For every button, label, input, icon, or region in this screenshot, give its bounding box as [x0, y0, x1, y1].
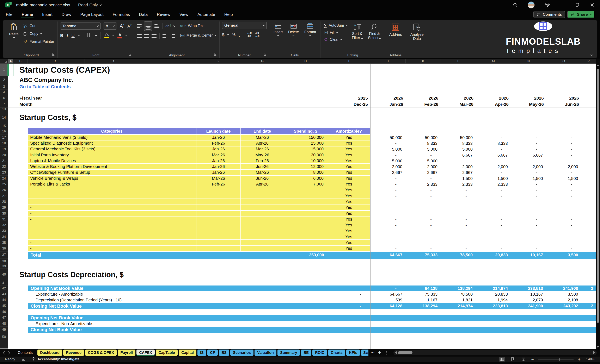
format-painter-button[interactable]: Format Painter [22, 38, 55, 46]
row-header-25[interactable]: 25 [0, 181, 8, 187]
cell[interactable]: Jan-26 [197, 164, 241, 170]
cell[interactable]: - [511, 211, 546, 217]
cell[interactable]: 6,000 [284, 176, 327, 181]
cell[interactable]: - [476, 234, 511, 240]
row-header-36[interactable]: 36 [0, 246, 8, 252]
cell[interactable]: Feb-26 [241, 158, 284, 164]
cell[interactable]: - [546, 222, 581, 228]
cell[interactable]: Vehicle Branding & Wraps [28, 176, 197, 181]
menu-tab-data[interactable]: Data [139, 11, 148, 18]
clipboard-dialog-launcher-icon[interactable] [52, 53, 55, 57]
align-right-icon[interactable] [151, 34, 157, 38]
cell[interactable]: - [370, 152, 406, 158]
cell[interactable]: ABC Company Inc. [13, 76, 284, 84]
cell[interactable]: - [406, 228, 441, 234]
row-header-40[interactable]: 40 [0, 269, 8, 281]
cell[interactable]: 64,128 [370, 303, 406, 309]
cell[interactable]: - [511, 181, 546, 187]
menu-tab-view[interactable]: View [179, 11, 189, 18]
page-layout-view-button[interactable] [510, 357, 516, 362]
cell[interactable] [197, 205, 241, 211]
cell[interactable]: - [370, 234, 406, 240]
close-icon[interactable] [590, 2, 595, 8]
cell[interactable]: - [406, 187, 441, 193]
cell[interactable]: - [370, 217, 406, 222]
cell[interactable]: - [546, 146, 581, 152]
increase-decimal-icon[interactable]: ←.0.00 [247, 32, 252, 38]
cell[interactable]: - [546, 315, 581, 321]
currency-dropdown-icon[interactable] [227, 34, 229, 36]
minimize-icon[interactable] [560, 2, 565, 8]
cell[interactable]: 25,000 [284, 140, 327, 146]
cell[interactable]: Yes [327, 211, 370, 217]
cell[interactable] [197, 187, 241, 193]
sheet-tab-cf[interactable]: CF [207, 350, 218, 356]
cell[interactable]: - [511, 228, 546, 234]
cell[interactable]: 2,333 [406, 181, 441, 187]
sheet-tab-be[interactable]: BE [301, 350, 311, 356]
cell[interactable]: Feb-26 [406, 101, 441, 107]
cell[interactable]: 78,500 [441, 252, 476, 259]
cell[interactable]: - [476, 228, 511, 234]
menu-tab-home[interactable]: Home [21, 11, 34, 18]
borders-icon[interactable] [87, 33, 92, 39]
cell[interactable]: - [406, 240, 441, 246]
cell[interactable]: - [370, 199, 406, 205]
cell[interactable]: 5,000 [441, 146, 476, 152]
cell[interactable]: - [476, 158, 511, 164]
cell[interactable]: 50,000 [406, 135, 441, 140]
cell[interactable]: 5,000 [370, 146, 406, 152]
cell[interactable]: Mar-26 [241, 170, 284, 176]
cell[interactable]: - [406, 217, 441, 222]
cell[interactable]: Jan-26 [197, 170, 241, 176]
cell[interactable]: - [370, 187, 406, 193]
autosum-button[interactable]: ∑ AutoSum [323, 22, 348, 29]
font-size-select[interactable]: 8 [103, 23, 117, 29]
column-header-J[interactable]: J [370, 59, 406, 64]
align-left-icon[interactable] [137, 34, 142, 38]
cell[interactable]: - [511, 234, 546, 240]
cell[interactable]: Mar-26 [241, 135, 284, 140]
cell[interactable]: Startup Costs (CAPEX) [13, 64, 284, 76]
macro-record-icon[interactable] [21, 357, 25, 362]
cell[interactable]: - [511, 315, 546, 321]
cell[interactable]: Specialized Diagnostic Equipment [28, 140, 197, 146]
decrease-decimal-icon[interactable]: .00→.0 [254, 32, 260, 38]
font-dialog-launcher-icon[interactable] [128, 53, 131, 57]
font-color-dropdown-icon[interactable] [125, 34, 127, 36]
row-header-4[interactable]: 4 [0, 90, 8, 95]
cell[interactable]: - [511, 187, 546, 193]
row-header-32[interactable]: 32 [0, 222, 8, 228]
cell[interactable]: May-26 [241, 152, 284, 158]
cell[interactable] [241, 240, 284, 246]
cell[interactable]: Spending, $ [284, 128, 327, 135]
cell[interactable] [241, 228, 284, 234]
row-header-37[interactable]: 37 [0, 252, 8, 259]
cell[interactable]: - [511, 246, 546, 252]
cell[interactable]: 50,000 [441, 135, 476, 140]
cell[interactable]: - [546, 199, 581, 205]
cell[interactable]: 6,667 [476, 152, 511, 158]
share-button[interactable]: Share [567, 11, 595, 18]
cell[interactable]: 138,294 [441, 285, 476, 291]
cell[interactable]: 2026 [476, 95, 511, 101]
column-header-E[interactable]: E [141, 59, 197, 64]
increase-font-icon[interactable]: A˄ [120, 23, 124, 29]
cell[interactable]: - [406, 205, 441, 211]
sheet-tab-bs[interactable]: BS [219, 350, 229, 356]
cell[interactable]: - [441, 246, 476, 252]
cell[interactable]: 241,900 [511, 303, 546, 309]
row-header-43[interactable]: 43 [0, 291, 8, 297]
cell[interactable]: Go to Table of Contents [13, 84, 284, 90]
menu-tab-automate[interactable]: Automate [197, 11, 216, 18]
cell[interactable]: - [406, 193, 441, 199]
analyze-data-button[interactable]: AnalyzeData [409, 22, 425, 41]
row-header-22[interactable]: 22 [0, 164, 8, 170]
cell[interactable] [284, 222, 327, 228]
cell[interactable]: Yes [327, 158, 370, 164]
cell[interactable] [284, 217, 327, 222]
cell[interactable] [197, 246, 241, 252]
cell[interactable] [284, 228, 327, 234]
row-header-34[interactable]: 34 [0, 234, 8, 240]
cell[interactable]: Yes [327, 205, 370, 211]
